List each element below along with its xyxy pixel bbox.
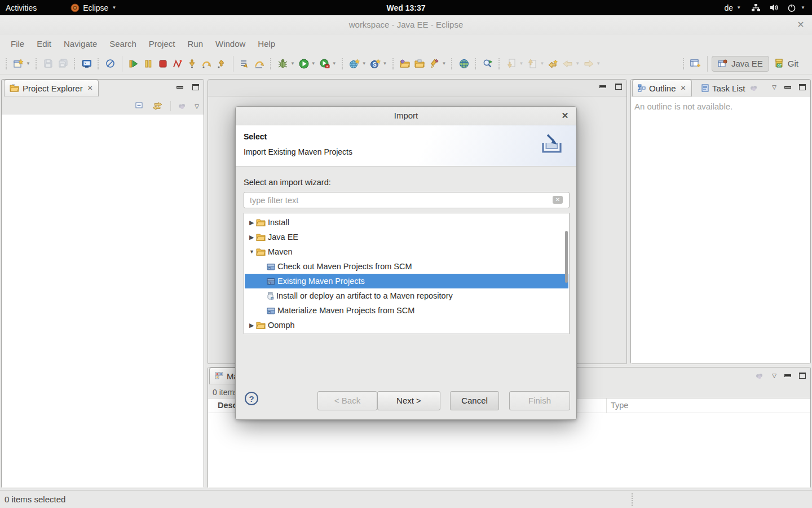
save-all-button[interactable]: [56, 56, 70, 71]
maximize-icon[interactable]: [192, 84, 199, 90]
column-divider[interactable]: [606, 398, 607, 413]
keyboard-layout-indicator[interactable]: de ▼: [719, 0, 747, 15]
link-with-editor-button[interactable]: [152, 102, 162, 110]
import-type-button[interactable]: [398, 56, 413, 71]
next-annotation-dropdown-icon[interactable]: ▼: [519, 61, 523, 66]
previous-annotation-button[interactable]: [525, 56, 540, 71]
tree-item-materialize-maven[interactable]: M Materialize Maven Projects from SCM: [245, 303, 568, 318]
tree-item-install[interactable]: ▶ Install: [245, 215, 568, 230]
tree-item-checkout-maven[interactable]: M Check out Maven Projects from SCM: [245, 259, 568, 274]
step-return-button[interactable]: [214, 56, 229, 71]
view-dropdown-icon[interactable]: ▽: [195, 103, 199, 110]
activities-button[interactable]: Activities: [0, 0, 42, 15]
coverage-dropdown-icon[interactable]: ▼: [332, 61, 337, 66]
new-service-button[interactable]: S: [368, 56, 383, 71]
window-close-icon[interactable]: ✕: [795, 19, 806, 30]
perspective-git-button[interactable]: GIT Git: [769, 56, 804, 72]
menu-file[interactable]: File: [5, 35, 30, 53]
step-into-button[interactable]: [185, 56, 200, 71]
menu-edit[interactable]: Edit: [30, 35, 58, 53]
skip-breakpoints-button[interactable]: [103, 56, 118, 71]
disconnect-button[interactable]: [170, 56, 185, 71]
run-button[interactable]: [297, 56, 311, 71]
chevron-down-icon[interactable]: ▼: [249, 249, 256, 255]
clear-filter-icon[interactable]: ✕: [553, 196, 563, 204]
menu-window[interactable]: Window: [209, 35, 251, 53]
perspective-java-ee-button[interactable]: Java EE: [712, 56, 769, 72]
view-menu-icon[interactable]: [179, 104, 187, 108]
tree-item-existing-maven[interactable]: M Existing Maven Projects: [245, 274, 568, 288]
minimize-icon[interactable]: [784, 374, 791, 377]
tree-item-java-ee[interactable]: ▶ Java EE: [245, 230, 568, 244]
java-search-button[interactable]: [480, 56, 495, 71]
last-edit-location-button[interactable]: [546, 56, 561, 71]
maximize-icon[interactable]: [799, 373, 806, 379]
maximize-icon[interactable]: [799, 84, 806, 90]
new-service-dropdown-icon[interactable]: ▼: [383, 61, 387, 66]
tab-task-list[interactable]: Task List: [696, 80, 764, 97]
network-icon[interactable]: [747, 0, 765, 15]
minimize-icon[interactable]: [176, 86, 183, 89]
view-dropdown-icon[interactable]: ▽: [772, 84, 776, 90]
chevron-right-icon[interactable]: ▶: [249, 322, 256, 329]
view-dropdown-icon[interactable]: ▽: [772, 373, 776, 379]
close-icon[interactable]: ✕: [87, 84, 93, 92]
back-dropdown-icon[interactable]: ▼: [575, 61, 580, 66]
tab-outline[interactable]: Outline ✕: [632, 80, 692, 97]
menu-navigate[interactable]: Navigate: [58, 35, 103, 53]
show-execution-flow-button[interactable]: [237, 56, 252, 71]
menu-help[interactable]: Help: [251, 35, 281, 53]
help-button[interactable]: ?: [245, 392, 258, 405]
close-icon[interactable]: ✕: [681, 84, 686, 92]
new-wizard-button[interactable]: [11, 56, 26, 71]
debug-dropdown-icon[interactable]: ▼: [290, 61, 295, 66]
window-titlebar[interactable]: workspace - Java EE - Eclipse ✕: [0, 15, 812, 35]
new-web-project-button[interactable]: [347, 56, 362, 71]
run-dropdown-icon[interactable]: ▼: [311, 61, 316, 66]
web-browser-button[interactable]: [457, 56, 471, 71]
new-wizard-dropdown-icon[interactable]: ▼: [26, 61, 30, 66]
menu-project[interactable]: Project: [143, 35, 182, 53]
coverage-button[interactable]: [317, 56, 332, 71]
previous-annotation-dropdown-icon[interactable]: ▼: [540, 61, 544, 66]
markers-table-body[interactable]: [208, 413, 810, 488]
tree-item-oomph[interactable]: ▶ Oomph: [245, 318, 568, 332]
open-resource-button[interactable]: [413, 56, 427, 71]
volume-icon[interactable]: [765, 0, 784, 15]
power-icon[interactable]: [784, 0, 800, 15]
finish-button[interactable]: Finish: [509, 391, 570, 410]
back-button[interactable]: [561, 56, 575, 71]
system-menu-chevron[interactable]: ▼: [800, 0, 812, 15]
forward-button[interactable]: [581, 56, 596, 71]
filter-input[interactable]: [244, 192, 570, 208]
open-console-button[interactable]: [80, 56, 94, 71]
collapse-all-button[interactable]: [135, 102, 144, 110]
app-menu[interactable]: Eclipse ▼: [65, 0, 122, 15]
maximize-icon[interactable]: [615, 84, 622, 90]
chevron-right-icon[interactable]: ▶: [249, 219, 256, 226]
resume-button[interactable]: [126, 56, 141, 71]
next-annotation-button[interactable]: [504, 56, 519, 71]
new-web-project-dropdown-icon[interactable]: ▼: [362, 61, 367, 66]
annotate-button[interactable]: [427, 56, 442, 71]
suspend-button[interactable]: [141, 56, 156, 71]
next-button[interactable]: Next >: [377, 391, 440, 410]
tree-item-install-deploy-artifact[interactable]: M Install or deploy an artifact to a Mav…: [245, 288, 568, 303]
chevron-right-icon[interactable]: ▶: [249, 234, 256, 241]
back-button[interactable]: < Back: [317, 391, 377, 410]
dialog-titlebar[interactable]: Import ✕: [236, 107, 576, 125]
cancel-button[interactable]: Cancel: [450, 391, 499, 410]
menu-run[interactable]: Run: [181, 35, 209, 53]
open-perspective-button[interactable]: [689, 56, 703, 71]
tree-item-maven[interactable]: ▼ Maven: [245, 244, 568, 259]
column-type[interactable]: Type: [611, 401, 628, 410]
step-through-filters-button[interactable]: [252, 56, 267, 71]
dialog-close-icon[interactable]: ✕: [559, 110, 571, 121]
forward-dropdown-icon[interactable]: ▼: [596, 61, 601, 66]
view-menu-icon[interactable]: [756, 374, 764, 378]
tab-project-explorer[interactable]: Project Explorer ✕: [4, 80, 99, 97]
save-button[interactable]: [41, 56, 56, 71]
annotate-dropdown-icon[interactable]: ▼: [442, 61, 447, 66]
project-explorer-content[interactable]: [2, 115, 204, 488]
step-over-button[interactable]: [200, 56, 214, 71]
